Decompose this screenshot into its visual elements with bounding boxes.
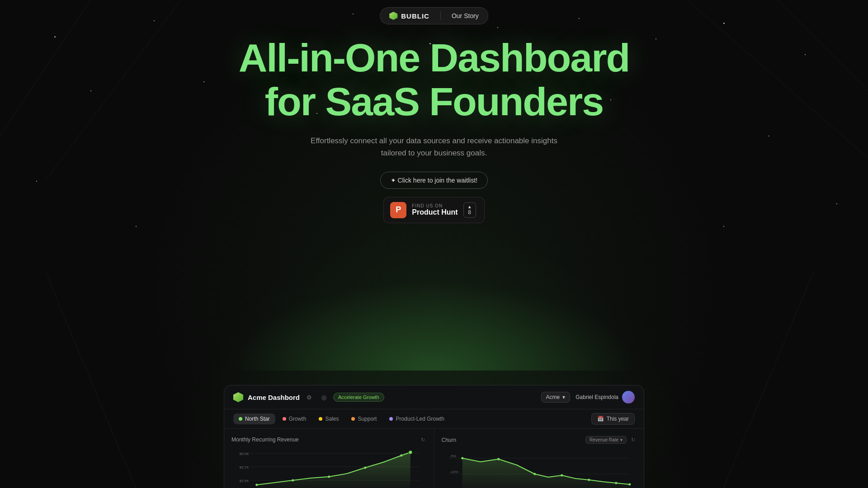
ph-letter: P	[396, 205, 401, 215]
svg-point-15	[364, 467, 366, 469]
tab-dot-plg	[389, 417, 393, 421]
svg-point-23	[497, 458, 500, 460]
dashboard-right-header: Acme ▾ Gabriel Espindola	[541, 391, 635, 404]
svg-text:$5.0K: $5.0K	[240, 452, 250, 456]
churn-refresh-icon[interactable]: ↻	[629, 436, 637, 444]
year-filter-button[interactable]: 📅 This year	[591, 413, 635, 425]
calendar-icon: 📅	[597, 416, 604, 422]
ph-text: FIND US ON Product Hunt	[412, 203, 458, 216]
nav-our-story[interactable]: Our Story	[452, 12, 479, 19]
star-particle	[497, 27, 498, 28]
workspace-select[interactable]: Acme ▾	[541, 392, 571, 403]
ph-product-hunt-label: Product Hunt	[412, 208, 458, 216]
tab-dot-north-star	[239, 417, 242, 421]
churn-pill-chevron: ▾	[620, 437, 623, 442]
filter-icon[interactable]: ⚙	[304, 392, 314, 402]
hero-title: All-in-One Dashboard for SaaS Founders	[239, 36, 630, 124]
svg-text:$2.5K: $2.5K	[240, 479, 250, 483]
user-info: Gabriel Espindola	[576, 391, 635, 404]
waitlist-button[interactable]: ✦ Click here to join the waitlist!	[380, 172, 488, 189]
mrr-chart-options: ↻	[420, 436, 427, 443]
hero-title-line2: for SaaS Founders	[265, 79, 603, 124]
svg-point-25	[561, 474, 563, 477]
hero-title-line1: All-in-One Dashboard	[239, 35, 630, 80]
mrr-chart-svg-container: $5.0K $3.7K $2.5K	[231, 449, 427, 488]
svg-point-27	[615, 482, 617, 484]
hero-section: All-in-One Dashboard for SaaS Founders E…	[0, 36, 868, 223]
dashboard-tabs: North Star Growth Sales Support Product-…	[224, 409, 644, 429]
churn-chart-options: Revenue Rate ▾ ↻	[585, 436, 637, 444]
svg-point-26	[588, 479, 590, 481]
svg-point-24	[533, 473, 536, 475]
ph-votes-arrow: ▲	[467, 205, 472, 209]
tab-dot-support	[351, 417, 355, 421]
star-particle	[353, 14, 354, 14]
brand-logo: BUBLIC	[389, 12, 429, 20]
year-label: This year	[607, 416, 629, 422]
brand-name: BUBLIC	[401, 12, 429, 20]
svg-point-13	[292, 479, 294, 482]
product-hunt-badge[interactable]: P FIND US ON Product Hunt ▲ 8	[383, 197, 484, 223]
star-particle	[154, 20, 155, 21]
dashboard-badge: Accelerate Growth	[333, 393, 384, 402]
tab-support-label: Support	[358, 416, 377, 422]
navbar: BUBLIC Our Story	[380, 7, 488, 24]
tab-sales[interactable]: Sales	[313, 413, 344, 424]
mrr-refresh-icon[interactable]: ↻	[420, 436, 427, 443]
chevron-down-icon: ▾	[562, 394, 565, 400]
settings-icon[interactable]: ◎	[319, 392, 329, 402]
star-particle	[723, 23, 725, 24]
hero-subtitle: Effortlessly connect all your data sourc…	[307, 135, 561, 159]
tab-sales-label: Sales	[325, 416, 339, 422]
waitlist-label: ✦ Click here to join the waitlist!	[391, 177, 478, 184]
svg-point-28	[628, 483, 631, 486]
dashboard-logo-icon	[233, 392, 243, 402]
svg-point-14	[328, 476, 330, 478]
svg-text:$3.7K: $3.7K	[240, 465, 250, 469]
churn-chart-title: Churn	[442, 437, 457, 443]
ph-votes-count: 8	[468, 209, 471, 216]
ph-votes-box: ▲ 8	[463, 202, 476, 218]
churn-chart-header: Churn Revenue Rate ▾ ↻	[442, 436, 637, 444]
dashboard-preview: Acme Dashbord ⚙ ◎ Accelerate Growth Acme…	[224, 385, 644, 488]
tab-dot-sales	[319, 417, 322, 421]
mrr-chart-svg: $5.0K $3.7K $2.5K	[231, 449, 427, 488]
dashboard-title: Acme Dashbord	[248, 394, 300, 401]
user-name: Gabriel Espindola	[576, 394, 618, 400]
svg-point-17	[409, 450, 412, 454]
dashboard-header: Acme Dashbord ⚙ ◎ Accelerate Growth Acme…	[224, 385, 644, 409]
mrr-chart-title: Monthly Recurring Revenue	[231, 436, 299, 443]
svg-point-22	[461, 457, 463, 460]
svg-text:-5%: -5%	[449, 454, 456, 458]
churn-chart-svg: -5% -10%	[442, 449, 637, 488]
workspace-label: Acme	[546, 394, 560, 400]
user-avatar	[622, 391, 635, 404]
tab-growth-label: Growth	[289, 416, 307, 422]
churn-pill-label: Revenue Rate	[590, 437, 618, 442]
nav-divider	[440, 11, 441, 20]
tab-dot-growth	[283, 417, 286, 421]
ph-logo-icon: P	[390, 202, 406, 218]
tab-growth[interactable]: Growth	[277, 413, 312, 424]
mrr-chart-panel: Monthly Recurring Revenue ↻ $5.0K $3.7K …	[224, 429, 434, 488]
mrr-chart-header: Monthly Recurring Revenue ↻	[231, 436, 427, 443]
ph-find-us-label: FIND US ON	[412, 203, 443, 208]
charts-area: Monthly Recurring Revenue ↻ $5.0K $3.7K …	[224, 429, 644, 488]
tab-support[interactable]: Support	[346, 413, 382, 424]
tab-north-star-label: North Star	[245, 416, 270, 422]
logo-icon	[389, 12, 397, 20]
tab-plg-label: Product-Led Growth	[396, 416, 444, 422]
tab-product-led-growth[interactable]: Product-Led Growth	[384, 413, 449, 424]
churn-chart-panel: Churn Revenue Rate ▾ ↻ -5% -10%	[434, 429, 644, 488]
churn-chart-svg-container: -5% -10%	[442, 449, 637, 488]
svg-point-12	[255, 484, 258, 486]
dashboard-left-header: Acme Dashbord ⚙ ◎ Accelerate Growth	[233, 392, 384, 402]
tab-list: North Star Growth Sales Support Product-…	[233, 413, 450, 424]
churn-revenue-rate-pill[interactable]: Revenue Rate ▾	[585, 436, 627, 444]
star-particle	[723, 226, 724, 227]
svg-text:-10%: -10%	[449, 470, 458, 474]
tab-north-star[interactable]: North Star	[233, 413, 275, 424]
svg-point-16	[400, 455, 402, 457]
